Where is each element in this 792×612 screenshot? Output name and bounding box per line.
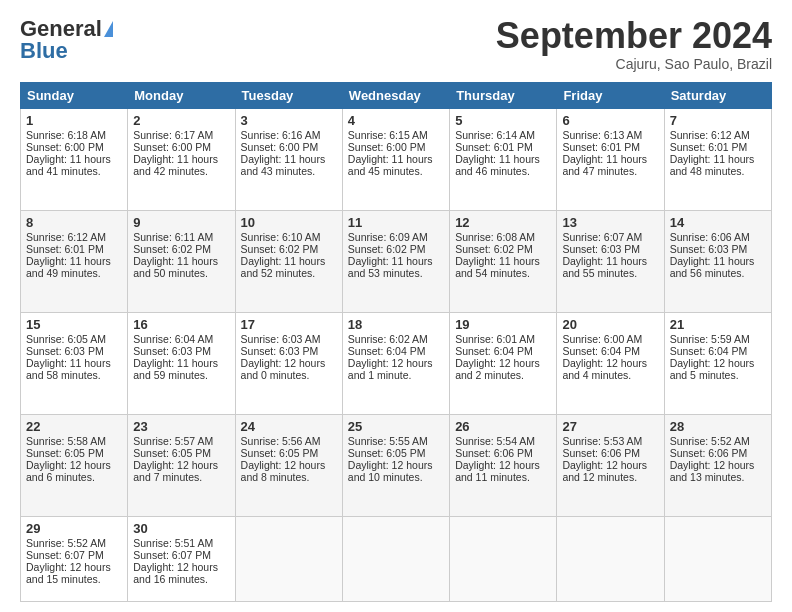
title-area: September 2024 Cajuru, Sao Paulo, Brazil	[496, 16, 772, 72]
table-row: 18Sunrise: 6:02 AMSunset: 6:04 PMDayligh…	[342, 312, 449, 414]
logo-blue: Blue	[20, 38, 68, 64]
header-wednesday: Wednesday	[342, 82, 449, 108]
table-row: 13Sunrise: 6:07 AMSunset: 6:03 PMDayligh…	[557, 210, 664, 312]
logo: General Blue	[20, 16, 113, 64]
table-row: 27Sunrise: 5:53 AMSunset: 6:06 PMDayligh…	[557, 415, 664, 517]
location-subtitle: Cajuru, Sao Paulo, Brazil	[496, 56, 772, 72]
table-row: 8Sunrise: 6:12 AMSunset: 6:01 PMDaylight…	[21, 210, 128, 312]
table-row: 25Sunrise: 5:55 AMSunset: 6:05 PMDayligh…	[342, 415, 449, 517]
table-row: 16Sunrise: 6:04 AMSunset: 6:03 PMDayligh…	[128, 312, 235, 414]
table-row: 20Sunrise: 6:00 AMSunset: 6:04 PMDayligh…	[557, 312, 664, 414]
table-row: 30Sunrise: 5:51 AMSunset: 6:07 PMDayligh…	[128, 517, 235, 602]
table-row: 4Sunrise: 6:15 AMSunset: 6:00 PMDaylight…	[342, 108, 449, 210]
header-tuesday: Tuesday	[235, 82, 342, 108]
table-row: 29Sunrise: 5:52 AMSunset: 6:07 PMDayligh…	[21, 517, 128, 602]
table-row: 10Sunrise: 6:10 AMSunset: 6:02 PMDayligh…	[235, 210, 342, 312]
table-row: 15Sunrise: 6:05 AMSunset: 6:03 PMDayligh…	[21, 312, 128, 414]
table-row: 22Sunrise: 5:58 AMSunset: 6:05 PMDayligh…	[21, 415, 128, 517]
calendar-table: Sunday Monday Tuesday Wednesday Thursday…	[20, 82, 772, 602]
header-sunday: Sunday	[21, 82, 128, 108]
header: General Blue September 2024 Cajuru, Sao …	[20, 16, 772, 72]
calendar-header-row: Sunday Monday Tuesday Wednesday Thursday…	[21, 82, 772, 108]
table-row: 14Sunrise: 6:06 AMSunset: 6:03 PMDayligh…	[664, 210, 771, 312]
table-row: 21Sunrise: 5:59 AMSunset: 6:04 PMDayligh…	[664, 312, 771, 414]
header-thursday: Thursday	[450, 82, 557, 108]
page: General Blue September 2024 Cajuru, Sao …	[0, 0, 792, 612]
logo-triangle-icon	[104, 21, 113, 37]
table-row: 1Sunrise: 6:18 AMSunset: 6:00 PMDaylight…	[21, 108, 128, 210]
table-row	[664, 517, 771, 602]
table-row: 12Sunrise: 6:08 AMSunset: 6:02 PMDayligh…	[450, 210, 557, 312]
table-row: 17Sunrise: 6:03 AMSunset: 6:03 PMDayligh…	[235, 312, 342, 414]
month-title: September 2024	[496, 16, 772, 56]
table-row: 24Sunrise: 5:56 AMSunset: 6:05 PMDayligh…	[235, 415, 342, 517]
table-row	[342, 517, 449, 602]
table-row	[235, 517, 342, 602]
table-row: 2Sunrise: 6:17 AMSunset: 6:00 PMDaylight…	[128, 108, 235, 210]
table-row: 26Sunrise: 5:54 AMSunset: 6:06 PMDayligh…	[450, 415, 557, 517]
header-friday: Friday	[557, 82, 664, 108]
table-row	[450, 517, 557, 602]
table-row: 11Sunrise: 6:09 AMSunset: 6:02 PMDayligh…	[342, 210, 449, 312]
table-row: 28Sunrise: 5:52 AMSunset: 6:06 PMDayligh…	[664, 415, 771, 517]
table-row	[557, 517, 664, 602]
table-row: 9Sunrise: 6:11 AMSunset: 6:02 PMDaylight…	[128, 210, 235, 312]
table-row: 19Sunrise: 6:01 AMSunset: 6:04 PMDayligh…	[450, 312, 557, 414]
header-monday: Monday	[128, 82, 235, 108]
header-saturday: Saturday	[664, 82, 771, 108]
table-row: 6Sunrise: 6:13 AMSunset: 6:01 PMDaylight…	[557, 108, 664, 210]
table-row: 7Sunrise: 6:12 AMSunset: 6:01 PMDaylight…	[664, 108, 771, 210]
table-row: 5Sunrise: 6:14 AMSunset: 6:01 PMDaylight…	[450, 108, 557, 210]
table-row: 3Sunrise: 6:16 AMSunset: 6:00 PMDaylight…	[235, 108, 342, 210]
table-row: 23Sunrise: 5:57 AMSunset: 6:05 PMDayligh…	[128, 415, 235, 517]
